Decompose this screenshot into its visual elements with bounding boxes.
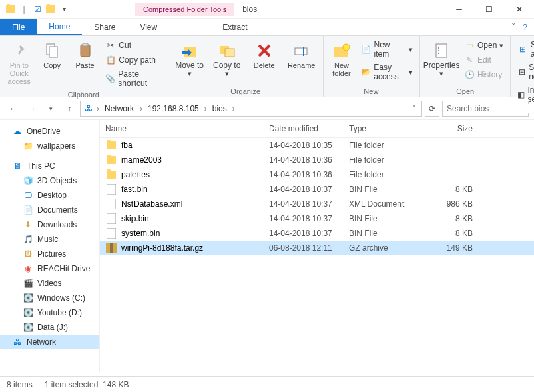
tree-item[interactable]: 🖼Pictures: [0, 247, 99, 261]
col-name[interactable]: Name: [105, 124, 269, 133]
file-row[interactable]: fast.bin14-04-2018 10:37BIN File8 KB: [100, 182, 534, 197]
tree-item[interactable]: 💽Windows (C:): [0, 291, 99, 305]
file-row[interactable]: fba14-04-2018 10:35File folder: [100, 138, 534, 153]
file-type: File folder: [349, 141, 426, 150]
new-folder-button[interactable]: New folder: [328, 39, 356, 80]
tree-item[interactable]: 🖧Network: [0, 335, 99, 349]
file-row[interactable]: palettes14-04-2018 10:36File folder: [100, 167, 534, 182]
edit-button[interactable]: ✎Edit: [461, 53, 506, 67]
properties-button[interactable]: Properties ▾: [424, 39, 459, 80]
copy-to-icon: [218, 41, 236, 60]
file-date: 14-04-2018 10:37: [269, 229, 349, 238]
ribbon-group-select: ⊞Select all ⊟Select none ◧Invert selecti…: [511, 36, 534, 97]
file-name: fast.bin: [121, 185, 148, 194]
reach-icon: ◉: [23, 263, 33, 274]
file-row[interactable]: wiringPi-8d188fa.tar.gz06-08-2018 12:11G…: [100, 241, 534, 255]
tree-item[interactable]: 📁wallpapers: [0, 139, 99, 153]
tree-item[interactable]: ☁OneDrive: [0, 124, 99, 139]
maximize-button[interactable]: ☐: [474, 0, 504, 19]
tree-item[interactable]: 🎵Music: [0, 232, 99, 247]
ribbon-help: ˇ ?: [505, 19, 534, 35]
properties-icon[interactable]: ☑: [32, 4, 43, 15]
col-size[interactable]: Size: [426, 124, 473, 133]
copy-button[interactable]: Copy: [37, 39, 67, 72]
tree-item[interactable]: 🎬Videos: [0, 276, 99, 291]
tab-extract[interactable]: Extract: [209, 19, 260, 35]
nav-tree[interactable]: ☁OneDrive📁wallpapers🖥This PC🧊3D Objects🖵…: [0, 120, 100, 372]
search-input[interactable]: [447, 104, 534, 113]
column-headers[interactable]: Name Date modified Type Size: [100, 120, 534, 138]
close-button[interactable]: ✕: [504, 0, 534, 19]
ribbon-group-organize: Move to ▾ Copy to ▾ Delete Rename Organi…: [168, 36, 324, 97]
chevron-right-icon[interactable]: ›: [138, 104, 144, 113]
file-row[interactable]: mame200314-04-2018 10:36File folder: [100, 153, 534, 167]
paste-icon: [76, 41, 95, 60]
history-button[interactable]: 🕒History: [461, 68, 506, 81]
folder-icon: [5, 4, 16, 15]
tree-item[interactable]: ⬇Downloads: [0, 217, 99, 232]
tree-item-label: wallpapers: [37, 141, 75, 151]
tree-item[interactable]: 💽Data (J:): [0, 320, 99, 335]
move-to-button[interactable]: Move to ▾: [172, 39, 207, 80]
file-row[interactable]: system.bin14-04-2018 10:37BIN File8 KB: [100, 226, 534, 241]
status-selection: 1 item selected 148 KB: [45, 380, 129, 389]
address-dropdown-icon[interactable]: ˅: [409, 104, 419, 113]
forward-button[interactable]: →: [24, 101, 40, 117]
svg-point-13: [438, 50, 439, 51]
tab-share[interactable]: Share: [82, 19, 127, 35]
select-none-button[interactable]: ⊟Select none: [515, 61, 534, 83]
minimize-button[interactable]: ─: [444, 0, 474, 19]
tree-item[interactable]: 🖥This PC: [0, 159, 99, 173]
qat-folder-icon[interactable]: [45, 4, 56, 15]
paste-button[interactable]: Paste: [70, 39, 100, 72]
col-date[interactable]: Date modified: [269, 124, 349, 133]
crumb-host[interactable]: 192.168.8.105: [145, 103, 202, 115]
col-type[interactable]: Type: [349, 124, 426, 133]
tab-view[interactable]: View: [127, 19, 169, 35]
tree-item[interactable]: 💽Youtube (D:): [0, 305, 99, 320]
file-icon: [105, 228, 117, 239]
rename-icon: [292, 41, 311, 60]
delete-button[interactable]: Delete: [247, 39, 282, 72]
file-date: 14-04-2018 10:36: [269, 170, 349, 179]
chevron-right-icon[interactable]: ›: [95, 104, 101, 113]
help-icon[interactable]: ?: [523, 23, 527, 32]
easy-access-button[interactable]: 📂Easy access ▾: [358, 61, 415, 83]
ribbon-collapse-icon[interactable]: ˇ: [512, 23, 515, 32]
cut-button[interactable]: ✂Cut: [103, 39, 163, 52]
file-date: 14-04-2018 10:37: [269, 185, 349, 194]
crumb-folder[interactable]: bios: [210, 103, 230, 115]
new-item-button[interactable]: 📄New item ▾: [358, 39, 415, 60]
select-all-button[interactable]: ⊞Select all: [515, 39, 534, 60]
refresh-button[interactable]: ⟳: [425, 101, 439, 117]
tab-home[interactable]: Home: [37, 19, 82, 35]
crumb-network[interactable]: Network: [102, 103, 137, 115]
qat-dropdown-icon[interactable]: ▾: [59, 4, 69, 15]
tree-item-label: Videos: [37, 279, 61, 288]
back-button[interactable]: ←: [5, 101, 21, 117]
file-row[interactable]: NstDatabase.xml14-04-2018 10:37XML Docum…: [100, 197, 534, 211]
chevron-right-icon[interactable]: ›: [231, 104, 236, 113]
tree-item[interactable]: 📄Documents: [0, 203, 99, 217]
pin-quick-access-button[interactable]: Pin to Quick access: [4, 39, 34, 88]
open-button[interactable]: ▭Open ▾: [461, 39, 506, 52]
search-box[interactable]: 🔍: [442, 101, 529, 117]
up-button[interactable]: ↑: [61, 101, 77, 117]
file-icon: [105, 184, 117, 195]
file-row[interactable]: skip.bin14-04-2018 10:37BIN File8 KB: [100, 211, 534, 226]
paste-shortcut-button[interactable]: 📎Paste shortcut: [103, 68, 163, 89]
new-item-icon: 📄: [361, 44, 371, 55]
copy-path-button[interactable]: 📋Copy path: [103, 53, 163, 67]
file-name: system.bin: [121, 229, 160, 238]
address-bar[interactable]: 🖧 › Network › 192.168.8.105 › bios › ˅: [80, 101, 422, 117]
tree-item[interactable]: 🖵Desktop: [0, 188, 99, 203]
tree-item[interactable]: 🧊3D Objects: [0, 173, 99, 188]
chevron-right-icon[interactable]: ›: [203, 104, 208, 113]
file-rows[interactable]: fba14-04-2018 10:35File foldermame200314…: [100, 138, 534, 372]
copy-to-button[interactable]: Copy to ▾: [210, 39, 244, 80]
rename-button[interactable]: Rename: [284, 39, 319, 72]
tree-item[interactable]: ◉REACHit Drive: [0, 261, 99, 276]
tree-item-label: Windows (C:): [37, 293, 85, 303]
tab-file[interactable]: File: [0, 19, 37, 35]
recent-dropdown[interactable]: ▾: [43, 101, 59, 117]
